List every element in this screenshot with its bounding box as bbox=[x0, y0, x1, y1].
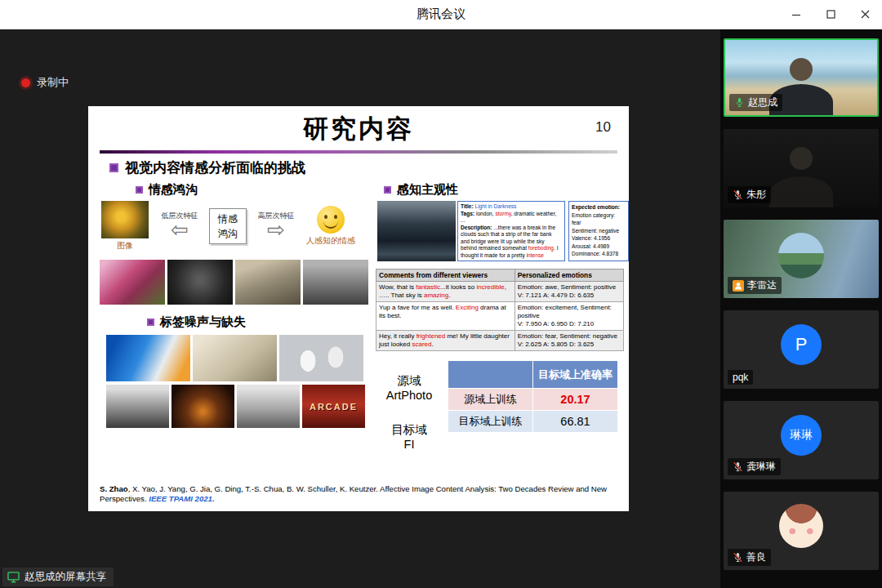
comments-table-body: Wow, that is fantastic...it looks so inc… bbox=[376, 282, 624, 351]
expected-emotion-line: Expected emotion: bbox=[572, 203, 626, 212]
mic-muted-icon bbox=[733, 461, 743, 472]
slide-columns: 情感鸿沟 图像 低层次特征 ⇦ 情 bbox=[88, 180, 629, 484]
photo-tags-line: Tags: london, stormy, dramatic weather, … bbox=[461, 211, 562, 225]
participants-sidebar: 赵思成 朱彤 bbox=[720, 29, 882, 588]
screen-share-label: 赵思成的屏幕共享 bbox=[24, 570, 106, 584]
rollercoaster-image bbox=[106, 385, 169, 428]
subjectivity-label: 感知主观性 bbox=[397, 182, 458, 198]
name-tag: 李雷达 bbox=[728, 277, 782, 294]
image-figure-label: 图像 bbox=[117, 240, 133, 252]
bullet-square-icon bbox=[136, 186, 143, 194]
subjectivity-figure-row: Title: Light in Darkness Tags: london, s… bbox=[377, 201, 629, 261]
roses-image bbox=[100, 260, 165, 305]
gap-box-line2: 鸿沟 bbox=[218, 227, 238, 241]
accuracy-header-row: 目标域上准确率 bbox=[448, 361, 618, 389]
screen-share-icon bbox=[7, 572, 20, 583]
participant-tile-pqk[interactable]: P pqk bbox=[724, 310, 879, 389]
minimize-button[interactable] bbox=[779, 0, 813, 29]
participant-tile-zhutong[interactable]: 朱彤 bbox=[724, 129, 879, 207]
photo-metadata-box: Title: Light in Darkness Tags: london, s… bbox=[457, 201, 565, 261]
name-tag: 赵思成 bbox=[729, 94, 782, 111]
low-feature-arrow: 低层次特征 ⇦ bbox=[153, 212, 207, 239]
participant-tile-lileida[interactable]: 李雷达 bbox=[724, 220, 879, 298]
recording-label: 录制中 bbox=[37, 75, 69, 90]
arcade-sign-image: ARCADE bbox=[302, 385, 365, 428]
avatar: P bbox=[781, 324, 822, 365]
expected-emotion-line: Sentiment: negative bbox=[572, 227, 626, 235]
expected-emotion-line: Valence: 4.1956 bbox=[572, 234, 626, 243]
bullet-square-icon bbox=[384, 186, 391, 194]
minimize-icon bbox=[791, 10, 801, 20]
source-domain-label: 源域 ArtPhoto bbox=[374, 373, 444, 403]
accuracy-row: 源域上训练20.17 bbox=[448, 389, 618, 411]
participant-name: 赵思成 bbox=[748, 96, 777, 109]
affective-gap-label: 情感鸿沟 bbox=[149, 182, 198, 198]
participant-name: pqk bbox=[733, 372, 748, 383]
dark-animal-image bbox=[167, 260, 233, 305]
name-tag: 善良 bbox=[728, 549, 771, 566]
avatar-initial: 琳琳 bbox=[790, 428, 813, 443]
expected-emotion-line: Emotion category: fear bbox=[572, 212, 626, 227]
slide-header: 研究内容 10 bbox=[88, 106, 629, 158]
wrecked-car-image bbox=[235, 260, 301, 305]
eggs-faces-image bbox=[279, 335, 363, 381]
comments-table: Comments from different viewers Personal… bbox=[376, 269, 624, 351]
affective-gap-heading: 情感鸿沟 bbox=[136, 182, 372, 198]
recording-indicator[interactable]: 录制中 bbox=[21, 75, 69, 90]
mic-muted-icon bbox=[733, 189, 743, 200]
section-heading-label: 视觉内容情感分析面临的挑战 bbox=[125, 158, 305, 177]
slide-title: 研究内容 bbox=[88, 106, 629, 146]
accuracy-header-label: 目标域上准确率 bbox=[533, 361, 618, 389]
mic-muted-icon bbox=[733, 552, 743, 563]
comments-row: Wow, that is fantastic...it looks so inc… bbox=[376, 282, 624, 302]
slide-page-number: 10 bbox=[595, 119, 611, 136]
window-controls bbox=[779, 0, 882, 29]
maximize-icon bbox=[826, 10, 835, 19]
emotion-figure: 人感知的情感 bbox=[305, 206, 356, 247]
children-group-image bbox=[193, 335, 277, 381]
accuracy-header-empty bbox=[448, 361, 533, 389]
comments-header-left: Comments from different viewers bbox=[376, 270, 515, 282]
carnival-image bbox=[172, 385, 234, 428]
slide-right-column: 感知主观性 Title: Light in Darkness Tags: lon… bbox=[374, 180, 629, 484]
participant-tile-zhaosicheng[interactable]: 赵思成 bbox=[724, 38, 879, 117]
recording-dot-icon bbox=[21, 78, 30, 87]
affective-gap-box: 情感 鸿沟 bbox=[209, 208, 247, 244]
close-icon bbox=[861, 10, 870, 19]
man-portrait-image bbox=[237, 385, 300, 428]
emotion-images-row bbox=[100, 260, 372, 305]
comments-header-right: Personalized emotions bbox=[514, 270, 623, 282]
slide-left-column: 情感鸿沟 图像 低层次特征 ⇦ 情 bbox=[96, 180, 372, 484]
screen-share-stage: 录制中 研究内容 10 视觉内容情感分析面临的挑战 bbox=[0, 29, 720, 588]
hand-raised-badge-icon bbox=[733, 280, 744, 292]
avatar: 琳琳 bbox=[781, 415, 822, 456]
domain-transfer-block: 源域 ArtPhoto 目标域 FI bbox=[374, 360, 629, 452]
affective-gap-diagram: 图像 低层次特征 ⇦ 情感 鸿沟 高层次特征 bbox=[100, 201, 372, 252]
photo-title-line: Title: Light in Darkness bbox=[461, 203, 562, 211]
maximize-button[interactable] bbox=[813, 0, 848, 29]
bullet-square-icon bbox=[147, 318, 154, 326]
expected-emotion-line: Dominance: 4.8378 bbox=[572, 250, 626, 258]
label-noise-heading: 标签噪声与缺失 bbox=[147, 314, 372, 330]
noise-images-row-1 bbox=[106, 335, 372, 381]
stormy-harbor-image bbox=[377, 201, 456, 261]
accuracy-table-body: 源域上训练20.17目标域上训练66.81 bbox=[448, 389, 618, 433]
citation-text: S. Zhao, X. Yao, J. Yang, G. Jia, G. Din… bbox=[100, 484, 619, 505]
bullet-square-icon bbox=[109, 163, 118, 172]
expected-emotion-line: Arousal: 4.4989 bbox=[572, 243, 626, 251]
arcade-sign-text: ARCADE bbox=[310, 402, 358, 412]
titlebar: 腾讯会议 bbox=[0, 0, 882, 29]
participant-tile-gonglinlin[interactable]: 琳琳 龚琳琳 bbox=[724, 401, 879, 479]
noise-images-row-2: ARCADE bbox=[106, 385, 372, 428]
comments-header-row: Comments from different viewers Personal… bbox=[376, 270, 624, 282]
comments-row: Yup a fave for me as well. Exciting dram… bbox=[376, 302, 624, 331]
label-noise-label: 标签噪声与缺失 bbox=[160, 314, 246, 330]
participant-tile-shanliang[interactable]: 善良 bbox=[724, 492, 879, 570]
left-arrow-icon: ⇦ bbox=[153, 220, 207, 239]
participant-name: 李雷达 bbox=[747, 278, 777, 292]
photo-description-line: Description: ...there was a break in the… bbox=[461, 225, 562, 261]
close-button[interactable] bbox=[848, 0, 882, 29]
domain-labels: 源域 ArtPhoto 目标域 FI bbox=[374, 360, 444, 452]
section-heading: 视觉内容情感分析面临的挑战 bbox=[109, 158, 629, 177]
avatar bbox=[778, 233, 824, 278]
